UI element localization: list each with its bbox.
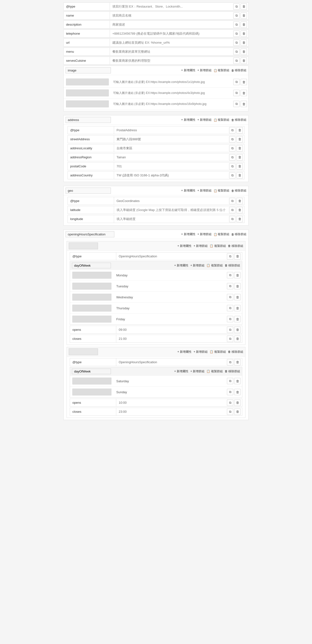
- copy-button[interactable]: ⧉: [229, 198, 236, 204]
- copy-button[interactable]: ⧉: [227, 253, 233, 260]
- copy-button[interactable]: ⧉: [233, 58, 240, 64]
- oh-remove-group[interactable]: 🗑 移除群組: [231, 232, 247, 236]
- oh-spec-add-attr-0[interactable]: + 新增屬性: [177, 244, 192, 248]
- day-input[interactable]: [114, 305, 226, 312]
- field-input[interactable]: [114, 163, 228, 170]
- copy-button[interactable]: ⧉: [233, 101, 240, 107]
- dayofweek-title-input-0[interactable]: [72, 263, 111, 268]
- dow-add-attr-0[interactable]: + 新增屬性: [174, 264, 188, 268]
- address-group-title[interactable]: [65, 117, 111, 123]
- delete-button[interactable]: 🗑: [237, 207, 243, 213]
- dayofweek-title-input-1[interactable]: [72, 368, 111, 374]
- copy-button[interactable]: ⧉: [227, 327, 233, 333]
- delete-button[interactable]: 🗑: [237, 163, 243, 170]
- delete-button[interactable]: 🗑: [237, 198, 243, 204]
- delete-button[interactable]: 🗑: [241, 79, 247, 85]
- image-group-title[interactable]: [65, 67, 111, 74]
- delete-button[interactable]: 🗑: [237, 216, 243, 222]
- delete-button[interactable]: 🗑: [234, 378, 241, 384]
- copy-button[interactable]: ⧉: [227, 389, 233, 395]
- copy-button[interactable]: ⧉: [233, 40, 240, 46]
- delete-button[interactable]: 🗑: [234, 294, 241, 300]
- oh-spec-remove-1[interactable]: 🗑 移除群組: [228, 350, 243, 354]
- field-input[interactable]: [116, 326, 226, 333]
- field-input[interactable]: [110, 48, 232, 55]
- delete-button[interactable]: 🗑: [241, 58, 247, 64]
- delete-button[interactable]: 🗑: [241, 4, 247, 10]
- copy-button[interactable]: ⧉: [229, 136, 236, 142]
- delete-button[interactable]: 🗑: [241, 30, 247, 37]
- delete-button[interactable]: 🗑: [237, 127, 243, 134]
- day-input[interactable]: [114, 389, 226, 396]
- copy-button[interactable]: ⧉: [233, 12, 240, 19]
- dow-copy-1[interactable]: 📋 複製群組: [206, 369, 223, 374]
- delete-button[interactable]: 🗑: [237, 145, 243, 152]
- field-input[interactable]: [110, 57, 232, 64]
- day-input[interactable]: [114, 283, 226, 290]
- field-input[interactable]: [116, 399, 226, 406]
- delete-button[interactable]: 🗑: [241, 48, 247, 55]
- oh-spec-copy-0[interactable]: 📋 複製群組: [210, 244, 226, 248]
- copy-button[interactable]: ⧉: [233, 22, 240, 28]
- image-remove-group[interactable]: 🗑 移除群組: [231, 68, 247, 72]
- geo-copy-group[interactable]: 📋 複製群組: [214, 188, 229, 193]
- copy-button[interactable]: ⧉: [229, 145, 236, 152]
- field-input[interactable]: [110, 39, 232, 46]
- oh-spec-copy-1[interactable]: 📋 複製群組: [210, 350, 226, 354]
- oh-add-attr[interactable]: + 新增屬性: [181, 232, 195, 236]
- geo-remove-group[interactable]: 🗑 移除群組: [231, 188, 247, 193]
- address-remove-group[interactable]: 🗑 移除群組: [231, 118, 247, 122]
- oh-spec-add-group-0[interactable]: + 新增群組: [194, 244, 208, 248]
- delete-button[interactable]: 🗑: [234, 359, 241, 366]
- opening-hours-group-title[interactable]: [65, 231, 114, 237]
- copy-button[interactable]: ⧉: [233, 90, 240, 96]
- geo-group-title[interactable]: [65, 188, 111, 194]
- field-input[interactable]: [114, 216, 228, 222]
- day-input[interactable]: [114, 378, 226, 384]
- field-input[interactable]: [114, 126, 228, 134]
- delete-button[interactable]: 🗑: [241, 12, 247, 19]
- delete-button[interactable]: 🗑: [234, 336, 241, 342]
- delete-button[interactable]: 🗑: [234, 327, 241, 333]
- copy-button[interactable]: ⧉: [227, 336, 233, 342]
- field-input[interactable]: [114, 145, 228, 152]
- copy-button[interactable]: ⧉: [233, 4, 240, 10]
- delete-button[interactable]: 🗑: [237, 172, 243, 178]
- oh-add-group[interactable]: + 新增群組: [197, 232, 212, 236]
- field-input[interactable]: [114, 136, 228, 143]
- oh-spec-remove-0[interactable]: 🗑 移除群組: [228, 244, 243, 248]
- delete-button[interactable]: 🗑: [241, 101, 247, 107]
- dow-copy-0[interactable]: 📋 複製群組: [206, 264, 223, 268]
- field-input[interactable]: [114, 197, 228, 204]
- copy-button[interactable]: ⧉: [229, 207, 236, 213]
- field-input[interactable]: [114, 154, 228, 161]
- field-input[interactable]: [116, 335, 226, 342]
- field-input[interactable]: [116, 358, 226, 366]
- delete-button[interactable]: 🗑: [234, 389, 241, 395]
- copy-button[interactable]: ⧉: [227, 316, 233, 322]
- delete-button[interactable]: 🗑: [241, 90, 247, 96]
- copy-button[interactable]: ⧉: [227, 305, 233, 311]
- day-input[interactable]: [114, 316, 226, 322]
- field-input[interactable]: [114, 206, 228, 214]
- delete-button[interactable]: 🗑: [234, 408, 241, 415]
- copy-button[interactable]: ⧉: [229, 163, 236, 170]
- delete-button[interactable]: 🗑: [234, 253, 241, 260]
- copy-button[interactable]: ⧉: [233, 48, 240, 55]
- oh-spec-add-attr-1[interactable]: + 新增屬性: [177, 350, 192, 354]
- copy-button[interactable]: ⧉: [227, 408, 233, 415]
- field-input[interactable]: [110, 3, 232, 10]
- oh-spec-add-group-1[interactable]: + 新增群組: [194, 350, 208, 354]
- copy-button[interactable]: ⧉: [227, 272, 233, 278]
- field-input[interactable]: [116, 253, 226, 260]
- delete-button[interactable]: 🗑: [234, 283, 241, 289]
- copy-button[interactable]: ⧉: [227, 378, 233, 384]
- copy-button[interactable]: ⧉: [229, 172, 236, 178]
- oh-copy-group[interactable]: 📋 複製群組: [214, 232, 229, 236]
- image-copy-group[interactable]: 📋 複製群組: [214, 68, 229, 72]
- delete-button[interactable]: 🗑: [237, 136, 243, 142]
- copy-button[interactable]: ⧉: [233, 30, 240, 37]
- field-input[interactable]: [116, 408, 226, 415]
- delete-button[interactable]: 🗑: [241, 22, 247, 28]
- geo-add-attr[interactable]: + 新增屬性: [181, 188, 195, 193]
